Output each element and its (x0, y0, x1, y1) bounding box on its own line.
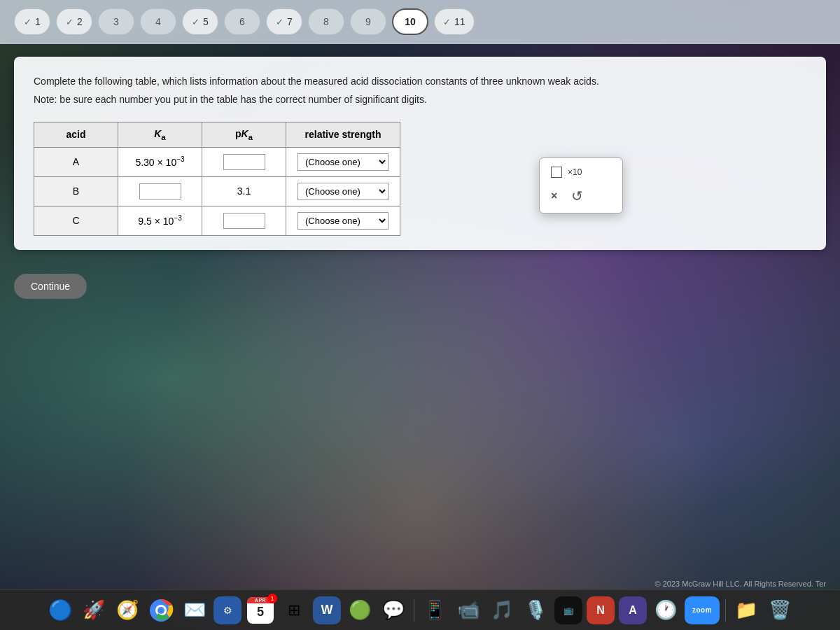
nav-item-4[interactable]: 4 (140, 8, 176, 35)
nav-label-7: 7 (287, 16, 293, 27)
pka-input-a[interactable] (223, 154, 265, 170)
dock-cal-day: 5 (257, 603, 264, 621)
check-icon-11: ✓ (443, 17, 451, 27)
pka-cell-c (202, 206, 286, 235)
strength-cell-c: (Choose one) strongest intermediate weak… (286, 206, 400, 235)
dock-chrome[interactable] (146, 596, 176, 625)
col-header-acid: acid (34, 122, 118, 147)
pka-cell-b: 3.1 (202, 176, 286, 206)
dock-clock[interactable]: 🕐 (651, 596, 680, 625)
ka-cell-c: 9.5 × 10−3 (118, 206, 202, 235)
nav-item-9[interactable]: 9 (350, 8, 386, 35)
dock-whatsapp[interactable]: 📱 (420, 596, 449, 625)
nav-item-3[interactable]: 3 (98, 8, 134, 35)
popup-box: ×10 × ↺ (539, 158, 623, 214)
pka-value-b: 3.1 (237, 186, 251, 197)
dock-trash[interactable]: 🗑️ (765, 596, 794, 625)
x10-label: ×10 (568, 167, 582, 177)
dock-separator-1 (414, 599, 414, 622)
dock-downloads[interactable]: 📁 (732, 596, 761, 625)
nav-item-11[interactable]: ✓ 11 (434, 8, 475, 35)
dock-safari[interactable]: 🧭 (113, 596, 142, 625)
ka-cell-a: 5.30 × 10−3 (118, 147, 202, 176)
acid-table: acid Ka pKa relative strength A 5.30 × 1… (34, 122, 400, 236)
table-row-a: A 5.30 × 10−3 (Choose one) strongest int… (34, 147, 400, 176)
dock: 🔵 🚀 🧭 ✉️ ⚙ APR 5 1 (0, 589, 840, 630)
check-icon-1: ✓ (24, 17, 31, 27)
nav-label-10: 10 (405, 16, 416, 27)
continue-button[interactable]: Continue (14, 274, 87, 299)
dock-launchpad[interactable]: 🚀 (79, 596, 108, 625)
strength-select-b[interactable]: (Choose one) strongest intermediate weak… (298, 183, 388, 200)
nav-label-4: 4 (155, 16, 161, 27)
strength-select-c[interactable]: (Choose one) strongest intermediate weak… (298, 212, 388, 230)
dock-word[interactable]: W (313, 596, 341, 624)
nav-item-2[interactable]: ✓ 2 (56, 8, 92, 35)
footer-text: © 2023 McGraw Hill LLC. All Rights Reser… (655, 580, 827, 588)
nav-label-6: 6 (239, 16, 245, 27)
instruction-line2: Note: be sure each number you put in the… (34, 92, 806, 107)
x10-checkbox[interactable] (551, 167, 562, 178)
dock-facetime[interactable]: 📹 (454, 596, 483, 625)
dock-calendar-badge: 1 (267, 594, 277, 603)
dock-podcasts[interactable]: 🎙️ (521, 596, 550, 625)
instruction-line1: Complete the following table, which list… (34, 74, 806, 89)
dock-mail[interactable]: ✉️ (180, 596, 209, 625)
dock-separator-2 (725, 599, 726, 622)
dock-item-blue[interactable]: ⚙ (214, 596, 241, 624)
nav-label-8: 8 (323, 16, 329, 27)
acid-label-a: A (34, 147, 118, 176)
dock-apps-grid[interactable]: ⊞ (279, 596, 309, 625)
ka-input-b[interactable] (139, 183, 181, 200)
check-icon-5: ✓ (192, 17, 200, 27)
ka-cell-b (118, 176, 202, 206)
table-row-c: C 9.5 × 10−3 (Choose one) strongest inte… (34, 206, 400, 235)
dock-tv[interactable]: 📺 (554, 596, 582, 624)
dock-calendar[interactable]: APR 5 1 (246, 596, 275, 625)
col-header-pka: pKa (202, 122, 286, 147)
pka-cell-a (202, 147, 286, 176)
dock-messages[interactable]: 💬 (379, 596, 408, 625)
strength-cell-a: (Choose one) strongest intermediate weak… (286, 147, 400, 176)
nav-item-8[interactable]: 8 (308, 8, 344, 35)
nav-item-1[interactable]: ✓ 1 (14, 8, 50, 35)
nav-item-10[interactable]: 10 (392, 8, 428, 35)
nav-label-3: 3 (113, 16, 119, 27)
nav-label-5: 5 (203, 16, 209, 27)
table-row-b: B 3.1 (Choose one) strongest intermediat… (34, 176, 400, 206)
acid-label-b: B (34, 176, 118, 206)
nav-item-6[interactable]: 6 (224, 8, 260, 35)
col-header-ka: Ka (118, 122, 202, 147)
dock-accessibility[interactable]: A (619, 596, 647, 624)
nav-item-5[interactable]: ✓ 5 (182, 8, 218, 35)
pka-input-c[interactable] (223, 213, 265, 229)
col-header-strength: relative strength (286, 122, 400, 147)
nav-label-2: 2 (77, 16, 83, 27)
instructions: Complete the following table, which list… (34, 74, 806, 108)
popup-bottom-row: × ↺ (551, 188, 611, 204)
check-icon-2: ✓ (66, 17, 74, 27)
main-card: Complete the following table, which list… (14, 57, 826, 250)
acid-label-c: C (34, 206, 118, 235)
x10-row: ×10 (551, 167, 611, 178)
nav-bar: ✓ 1 ✓ 2 3 4 ✓ 5 6 ✓ 7 8 9 10 (0, 0, 840, 44)
nav-label-11: 11 (454, 16, 465, 27)
dock-finder[interactable]: 🔵 (46, 596, 75, 625)
dock-news[interactable]: N (587, 596, 615, 624)
check-icon-7: ✓ (276, 17, 284, 27)
main-content: ✓ 1 ✓ 2 3 4 ✓ 5 6 ✓ 7 8 9 10 (0, 0, 840, 630)
dock-green-app[interactable]: 🟢 (345, 596, 374, 625)
popup-undo-button[interactable]: ↺ (571, 188, 583, 204)
dock-music[interactable]: 🎵 (487, 596, 517, 625)
popup-close-button[interactable]: × (551, 190, 557, 202)
nav-label-1: 1 (35, 16, 41, 27)
strength-cell-b: (Choose one) strongest intermediate weak… (286, 176, 400, 206)
dock-zoom[interactable]: zoom (685, 596, 720, 624)
nav-item-7[interactable]: ✓ 7 (266, 8, 302, 35)
strength-select-a[interactable]: (Choose one) strongest intermediate weak… (298, 153, 388, 171)
svg-point-2 (158, 607, 164, 614)
nav-label-9: 9 (365, 16, 371, 27)
